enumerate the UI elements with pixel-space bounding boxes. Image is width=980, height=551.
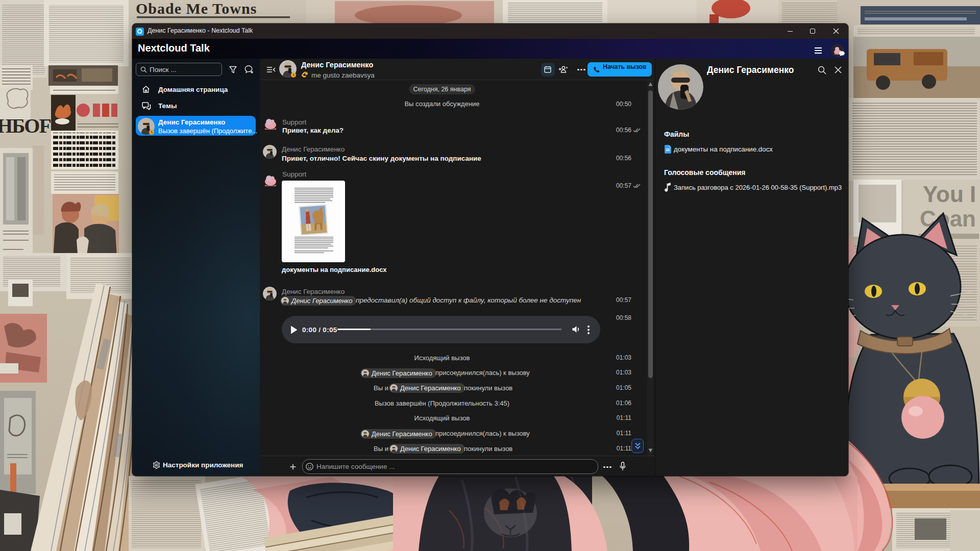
svg-text:You I: You I [923,182,976,207]
svg-text:НБОF: НБОF [0,114,51,137]
svg-text:Obade Me Towns: Obade Me Towns [136,0,257,17]
